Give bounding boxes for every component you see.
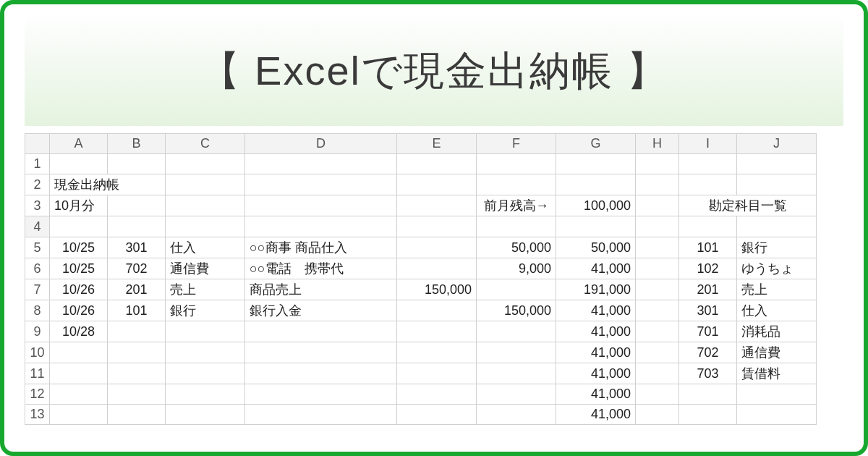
- cell-code[interactable]: 301: [108, 237, 166, 258]
- col-header[interactable]: E: [397, 134, 477, 154]
- cell-account[interactable]: [166, 384, 245, 405]
- table-row[interactable]: 10 41,000 702 通信費: [25, 342, 817, 363]
- cell[interactable]: [108, 195, 166, 216]
- cell[interactable]: [477, 174, 556, 195]
- cell-list-code[interactable]: [679, 405, 737, 425]
- month-cell[interactable]: 10月分: [50, 195, 108, 216]
- table-row[interactable]: 1: [25, 154, 817, 174]
- cell-account[interactable]: 売上: [166, 279, 245, 300]
- cell-in[interactable]: [397, 300, 477, 321]
- cell-list-name[interactable]: [737, 405, 817, 425]
- cell-bal[interactable]: 41,000: [556, 363, 636, 384]
- table-row[interactable]: 3 10月分 前月残高→ 100,000 勘定科目一覧: [25, 195, 817, 216]
- cell-desc[interactable]: 商品売上: [245, 279, 397, 300]
- col-header[interactable]: I: [679, 134, 737, 154]
- cell-desc[interactable]: [245, 384, 397, 405]
- cell-date[interactable]: 10/25: [50, 237, 108, 258]
- cell[interactable]: [166, 174, 245, 195]
- cell-out[interactable]: [477, 384, 556, 405]
- cell-list-name[interactable]: 仕入: [737, 300, 817, 321]
- table-row[interactable]: 2 現金出納帳: [25, 174, 817, 195]
- cell-code[interactable]: 702: [108, 258, 166, 279]
- cell[interactable]: [679, 154, 737, 174]
- cell-account[interactable]: [166, 405, 245, 425]
- col-header[interactable]: B: [108, 134, 166, 154]
- cell-code[interactable]: [108, 321, 166, 342]
- cell[interactable]: [397, 154, 477, 174]
- cell-bal[interactable]: 41,000: [556, 384, 636, 405]
- account-list-title[interactable]: 勘定科目一覧: [679, 195, 817, 216]
- table-row[interactable]: 7 10/26 201 売上 商品売上 150,000 191,000 201 …: [25, 279, 817, 300]
- cell[interactable]: [477, 154, 556, 174]
- cell-code[interactable]: 101: [108, 300, 166, 321]
- cell-out[interactable]: [477, 405, 556, 425]
- cell-account[interactable]: 仕入: [166, 237, 245, 258]
- cell[interactable]: [737, 174, 817, 195]
- cell-list-name[interactable]: 売上: [737, 279, 817, 300]
- cell-account[interactable]: 通信費: [166, 258, 245, 279]
- cell[interactable]: [636, 258, 679, 279]
- cell-date[interactable]: [50, 363, 108, 384]
- cell[interactable]: [679, 174, 737, 195]
- table-header-row[interactable]: 4 日付 科目CD 勘定科目名 摘要 入金 出金 差引 科目CD 勘定科目名: [25, 216, 817, 237]
- cell[interactable]: [636, 216, 679, 237]
- col-header[interactable]: D: [245, 134, 397, 154]
- cell[interactable]: [636, 195, 679, 216]
- cell-bal[interactable]: 41,000: [556, 405, 636, 425]
- cell-list-name[interactable]: 銀行: [737, 237, 817, 258]
- cell-desc[interactable]: ○○電話 携帯代: [245, 258, 397, 279]
- cell[interactable]: [245, 154, 397, 174]
- cell-code[interactable]: [108, 363, 166, 384]
- cell[interactable]: [245, 174, 397, 195]
- cell-date[interactable]: 10/25: [50, 258, 108, 279]
- cell-in[interactable]: [397, 363, 477, 384]
- cell-out[interactable]: [477, 279, 556, 300]
- cell-in[interactable]: 150,000: [397, 279, 477, 300]
- cell-list-name[interactable]: ゆうちょ: [737, 258, 817, 279]
- cell-in[interactable]: [397, 258, 477, 279]
- cell-list-code[interactable]: 201: [679, 279, 737, 300]
- table-row[interactable]: 5 10/25 301 仕入 ○○商事 商品仕入 50,000 50,000 1…: [25, 237, 817, 258]
- cell[interactable]: [166, 195, 245, 216]
- cell-list-name[interactable]: 消耗品: [737, 321, 817, 342]
- cell[interactable]: [636, 384, 679, 405]
- cell-in[interactable]: [397, 237, 477, 258]
- cell-desc[interactable]: [245, 363, 397, 384]
- cell-date[interactable]: [50, 342, 108, 363]
- prev-balance-label[interactable]: 前月残高→: [477, 195, 556, 216]
- row-header[interactable]: 8: [25, 300, 50, 321]
- row-header[interactable]: 7: [25, 279, 50, 300]
- cell[interactable]: [636, 279, 679, 300]
- row-header[interactable]: 4: [25, 216, 50, 237]
- cell-desc[interactable]: ○○商事 商品仕入: [245, 237, 397, 258]
- cell-desc[interactable]: [245, 342, 397, 363]
- cell-date[interactable]: 10/28: [50, 321, 108, 342]
- row-header[interactable]: 3: [25, 195, 50, 216]
- cell-code[interactable]: [108, 342, 166, 363]
- cell-desc[interactable]: [245, 405, 397, 425]
- row-header[interactable]: 10: [25, 342, 50, 363]
- cell-list-code[interactable]: [679, 384, 737, 405]
- cell-date[interactable]: [50, 405, 108, 425]
- cell[interactable]: [397, 195, 477, 216]
- cell-list-code[interactable]: 102: [679, 258, 737, 279]
- table-row[interactable]: 8 10/26 101 銀行 銀行入金 150,000 41,000 301 仕…: [25, 300, 817, 321]
- table-row[interactable]: 6 10/25 702 通信費 ○○電話 携帯代 9,000 41,000 10…: [25, 258, 817, 279]
- cell-account[interactable]: [166, 321, 245, 342]
- cell-list-code[interactable]: 703: [679, 363, 737, 384]
- cell-code[interactable]: [108, 405, 166, 425]
- cell-out[interactable]: [477, 321, 556, 342]
- cell[interactable]: [166, 154, 245, 174]
- cell-date[interactable]: 10/26: [50, 300, 108, 321]
- cell-in[interactable]: [397, 321, 477, 342]
- cell[interactable]: [636, 363, 679, 384]
- cell-bal[interactable]: 50,000: [556, 237, 636, 258]
- row-header[interactable]: 9: [25, 321, 50, 342]
- cell-out[interactable]: 150,000: [477, 300, 556, 321]
- cell-bal[interactable]: 41,000: [556, 342, 636, 363]
- cell-in[interactable]: [397, 384, 477, 405]
- cell[interactable]: [556, 174, 636, 195]
- cell-code[interactable]: [108, 384, 166, 405]
- cell-out[interactable]: [477, 363, 556, 384]
- cell-bal[interactable]: 41,000: [556, 321, 636, 342]
